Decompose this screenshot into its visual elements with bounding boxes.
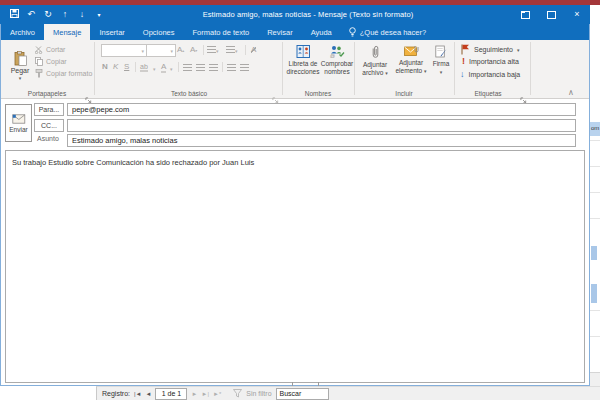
address-book-label: Libreta de direcciones (286, 60, 320, 75)
font-size-combo[interactable]: ▾ (146, 44, 176, 57)
subject-input[interactable] (67, 134, 576, 147)
mini-separator (203, 45, 204, 55)
mini-separator (135, 62, 136, 72)
restore-window-button[interactable] (512, 5, 538, 24)
access-row-line (590, 310, 600, 311)
tab-ayuda[interactable]: Ayuda (302, 24, 341, 40)
next-item-icon[interactable]: ↓ (77, 10, 87, 19)
attach-file-label: Adjuntar archivo ▾ (359, 61, 391, 77)
close-button[interactable]: × (564, 5, 590, 24)
low-importance-button[interactable]: ↓ Importancia baja (460, 70, 520, 79)
previous-item-icon[interactable]: ↑ (60, 10, 70, 19)
bullets-button[interactable]: ▾ (207, 46, 219, 55)
attach-item-button[interactable]: Adjuntar elemento ▾ (393, 42, 429, 91)
paste-button[interactable]: Pegar ▾ (7, 43, 33, 88)
undo-icon[interactable]: ↶ (26, 10, 36, 19)
maximize-button[interactable] (538, 5, 564, 24)
dialog-launcher-icon[interactable] (85, 90, 92, 97)
decrease-indent-button[interactable] (227, 64, 236, 73)
cc-input[interactable] (67, 119, 576, 132)
format-painter-button[interactable]: Copiar formato (35, 68, 92, 79)
follow-up-label: Seguimiento (474, 46, 513, 53)
send-button[interactable]: Enviar (5, 104, 32, 142)
clear-formatting-button[interactable]: A (251, 46, 256, 54)
cut-button[interactable]: Cortar (35, 44, 65, 55)
tab-archivo[interactable]: Archivo (1, 24, 44, 40)
italic-button[interactable]: K (113, 63, 118, 71)
dialog-launcher-icon[interactable] (520, 90, 527, 97)
previous-record-button[interactable]: ◄ (146, 391, 152, 397)
record-position[interactable]: 1 de 1 (155, 388, 187, 400)
window-title: Estimado amigo, malas noticias - Mensaje… (104, 10, 512, 19)
svg-text:@: @ (330, 53, 335, 59)
attach-file-button[interactable]: Adjuntar archivo ▾ (359, 42, 391, 91)
filter-icon (233, 389, 242, 398)
paperclip-icon (371, 45, 380, 59)
low-importance-icon: ↓ (460, 70, 465, 79)
highlight-button[interactable]: ab (140, 63, 148, 72)
last-record-button[interactable]: ►| (201, 391, 209, 397)
redo-icon[interactable]: ↻ (43, 10, 53, 19)
check-names-button[interactable]: @ Comprobar nombres (320, 42, 354, 91)
font-name-combo[interactable]: ▾ (101, 44, 147, 57)
underline-button[interactable]: S (124, 63, 129, 71)
high-importance-button[interactable]: ! Importancia alta (462, 57, 519, 66)
group-caption-nombres: Nombres (285, 89, 351, 98)
copy-button[interactable]: Copiar (35, 56, 67, 67)
dialog-launcher-icon[interactable] (272, 90, 279, 97)
new-record-button[interactable]: ►* (213, 391, 221, 397)
tab-opciones[interactable]: Opciones (134, 24, 184, 40)
access-row-line (590, 218, 600, 219)
align-left-button[interactable] (183, 64, 192, 73)
copy-icon (35, 57, 43, 66)
align-right-button[interactable] (209, 64, 218, 73)
mini-separator (222, 62, 223, 72)
next-record-button[interactable]: ► (191, 391, 197, 397)
tell-me-box[interactable]: ¿Qué desea hacer? (341, 24, 434, 40)
tab-revisar[interactable]: Revisar (258, 24, 301, 40)
follow-up-button[interactable]: Seguimiento ▾ (461, 44, 519, 55)
group-caption-incluir: Incluir (357, 89, 451, 98)
high-importance-icon: ! (462, 57, 465, 66)
save-icon[interactable] (9, 9, 19, 20)
tell-me-label: ¿Qué desea hacer? (360, 28, 426, 37)
access-row-line (590, 336, 600, 337)
check-names-label: Comprobar nombres (320, 60, 354, 75)
to-input[interactable] (67, 103, 576, 116)
numbering-button[interactable]: ▾ (226, 46, 238, 55)
cc-button[interactable]: CC... (34, 119, 64, 132)
attach-item-caret-icon: ▾ (424, 68, 427, 74)
envelope-attachment-icon (404, 45, 419, 57)
tab-formato-de-texto[interactable]: Formato de texto (184, 24, 259, 40)
access-row-line (590, 140, 600, 141)
font-color-button[interactable]: A (161, 63, 166, 73)
signature-icon (435, 45, 447, 58)
titlebar: ↶ ↻ ↑ ↓ ▾ Estimado amigo, malas noticias… (0, 5, 590, 24)
shrink-font-button[interactable]: A▾ (190, 46, 197, 54)
signature-button[interactable]: Firma▾ (429, 42, 453, 91)
customize-qat-icon[interactable]: ▾ (94, 12, 104, 18)
to-button[interactable]: Para... (34, 103, 64, 116)
record-search-input[interactable]: Buscar (276, 388, 329, 400)
collapse-ribbon-icon[interactable]: ∧ (568, 88, 574, 97)
low-importance-label: Importancia baja (469, 71, 521, 78)
access-statusbar-fragment (590, 372, 600, 386)
ribbon-tabs: Archivo Mensaje Insertar Opciones Format… (1, 24, 589, 40)
access-scrollbar-fragment (591, 246, 597, 260)
follow-up-caret-icon: ▾ (517, 47, 520, 53)
access-scrollbar-fragment (591, 284, 597, 303)
filter-status[interactable]: Sin filtro (246, 390, 271, 397)
message-body[interactable]: Su trabajo Estudio sobre Comunicación ha… (5, 150, 585, 383)
lightbulb-icon (349, 27, 356, 37)
increase-indent-button[interactable] (240, 64, 249, 73)
tab-insertar[interactable]: Insertar (90, 24, 133, 40)
tab-mensaje[interactable]: Mensaje (44, 24, 90, 40)
grow-font-button[interactable]: A▴ (177, 46, 184, 54)
align-center-button[interactable] (196, 64, 205, 73)
format-painter-icon (35, 69, 43, 78)
group-caption-etiquetas: Etiquetas (457, 89, 519, 98)
bold-button[interactable]: N (102, 63, 108, 71)
first-record-button[interactable]: |◄ (134, 391, 142, 397)
address-book-button[interactable]: Libreta de direcciones (286, 42, 320, 91)
group-separator (354, 42, 355, 95)
